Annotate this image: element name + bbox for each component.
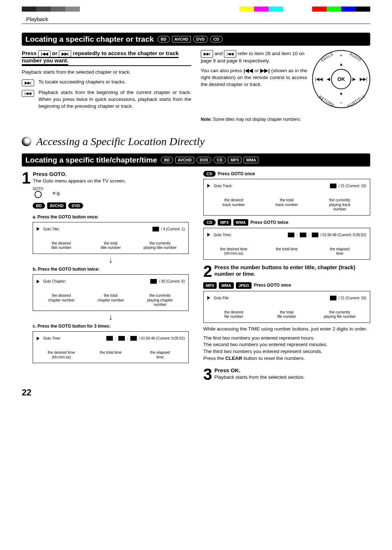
up-arrow-icon: ▲ — [339, 62, 343, 67]
skip-back-icon-2: |◀◀ — [22, 90, 34, 97]
fl0: the desired file number — [207, 310, 260, 319]
tri-icon-c — [37, 337, 40, 340]
al2: the currently playing title number — [135, 241, 185, 250]
page-number: 22 — [22, 387, 370, 398]
c-labels: the desired time (hh:mm:ss) the total ti… — [37, 350, 185, 359]
fl2: the currently playing file number — [313, 310, 366, 319]
note-text: Some titles may not display chapter numb… — [212, 117, 301, 122]
rd: or — [254, 68, 260, 73]
a-head: a. Press the GOTO button once: — [33, 214, 189, 220]
cd-once-badge: CD — [203, 171, 216, 177]
input-box-icon-e2 — [300, 233, 306, 237]
cd-twice-header: CD MP3 WMA Press GOTO twice — [203, 219, 370, 226]
remote-ok-button: OK — [331, 69, 351, 89]
b-line-label: Goto Chapter: — [43, 279, 66, 283]
rc: You can also press — [201, 68, 244, 73]
badge2-dvd: DVD — [196, 157, 211, 163]
goto-box-a: Goto Title: / 4 (Current: 1) the desired… — [33, 222, 189, 254]
b-head: b. Press the GOTO button twice: — [33, 266, 189, 272]
ctl2: the elapsed time — [313, 247, 366, 256]
c-line-label: Goto Time: — [43, 336, 61, 340]
section1-title: Locating a specific chapter or track — [25, 35, 154, 44]
ctb1: MP3 — [218, 219, 231, 226]
registration-color-bar — [22, 7, 370, 12]
s2b5b: CLEAR — [225, 356, 242, 361]
right-skip-icon: ▶▶| — [360, 77, 367, 82]
remote-return-label: RETURN — [318, 95, 335, 107]
left-arrow-icon: ◀ — [327, 77, 330, 82]
goto-mini-label: GOTO — [33, 187, 43, 191]
ctb2: WMA — [233, 219, 249, 226]
section1-lead: Press |◀◀ or ▶▶| repeatedly to access th… — [22, 50, 179, 65]
cdonce-label: Goto Track: — [214, 184, 233, 188]
lead-rule — [22, 65, 191, 66]
cdol1: the total track number — [260, 198, 313, 212]
s2-body4: The third two numbers you entered repres… — [203, 348, 370, 355]
remote-plus: + — [340, 53, 342, 58]
ub-bd: BD — [33, 203, 45, 209]
skip-fwd-icon-2: ▶▶| — [22, 79, 34, 86]
input-box-icon-e1 — [288, 233, 294, 237]
step1-under-badges: BD AVCHD DVD — [33, 202, 189, 209]
fl1: the total file number — [260, 310, 313, 319]
down-arrow-2: ↓ — [33, 312, 189, 322]
step1-col: 1 Press GOTO. The Goto menu appears on t… — [22, 171, 189, 382]
remote-minus: – — [340, 100, 343, 105]
accessing-title: Accessing a Specific Location Directly — [22, 135, 370, 148]
cl0: the desired time (hh:mm:ss) — [37, 350, 86, 359]
s2-body3: The second two numbers you entered repre… — [203, 341, 370, 348]
section1-body1: Playback starts from the selected chapte… — [22, 69, 191, 76]
accessing-title-text: Accessing a Specific Location Directly — [36, 135, 205, 148]
input-box-icon — [152, 227, 159, 231]
skip-back-icon: |◀◀ — [38, 50, 50, 57]
a-labels: the desired title number the total title… — [37, 241, 185, 250]
s2-body5: Press the CLEAR button to reset the numb… — [203, 355, 370, 362]
section2-badges: BD AVCHD DVD CD MP3 WMA — [161, 157, 258, 163]
goto-box-b: Goto Chapter: / 30 (Current: 6) the desi… — [33, 274, 189, 311]
goto-box-cdtwice: Goto Time: : : / 01:50:46 (Current: 0:05… — [203, 228, 370, 260]
input-box-icon-b — [150, 279, 157, 284]
ctline-label: Goto Time: — [214, 233, 232, 237]
fb2: JPEG — [236, 282, 252, 289]
badge-avchd: AVCHD — [172, 36, 191, 42]
lead-b: or — [52, 50, 59, 56]
bl1: the total chapter number — [86, 293, 135, 307]
cdonce-value: / 21 (Current: 10) — [339, 184, 366, 188]
badge2-bd: BD — [161, 157, 173, 163]
tri-icon-e — [207, 233, 210, 237]
remote-ring-diagram: OK ANGLE AUDIO RETURN SUBTITLE + – ▲ ▼ |… — [312, 50, 370, 108]
input-box-icon-c1 — [106, 336, 113, 341]
remote-angle-label: ANGLE — [320, 52, 334, 63]
input-box-icon-c2 — [118, 336, 125, 341]
input-box-icon-e3 — [312, 233, 318, 237]
ctline-value: / 01:50:46 (Current: 0:05:52) — [320, 233, 366, 237]
step-1-head: Press GOTO. — [33, 171, 66, 177]
fblabel: Press GOTO once — [254, 282, 291, 288]
step-1-number: 1 — [22, 171, 30, 185]
al0: the desired title number — [37, 241, 86, 250]
remote-audio-label: AUDIO — [349, 52, 362, 62]
c-line-value: / 01:50:46 (Current: 0:05:52) — [139, 336, 185, 340]
badge-dvd: DVD — [193, 36, 208, 42]
row-back: |◀◀ Playback starts from the beginning o… — [22, 89, 191, 110]
tri-icon-d — [207, 184, 210, 188]
right-steps-col: CD Press GOTO once Goto Track: / 21 (Cur… — [203, 171, 370, 382]
f-labels: the desired file number the total file n… — [207, 310, 366, 319]
right-refer: ▶▶| and |◀◀ refer to item 26 and item 10… — [201, 50, 307, 65]
section1-note: Note: Some titles may not display chapte… — [196, 116, 370, 122]
bl2: the currently playing chapter number — [135, 293, 185, 307]
step-1-body: The Goto menu appears on the TV screen. — [33, 178, 126, 184]
fline-value: / 21 (Current: 10) — [339, 296, 366, 300]
ra: and — [215, 51, 224, 56]
down-arrow-icon: ▼ — [339, 91, 343, 97]
cd-once-label: Press GOTO once — [218, 171, 255, 177]
al1: the total title number — [86, 241, 135, 250]
a-line-value: / 4 (Current: 1) — [161, 227, 185, 231]
badge2-mp3: MP3 — [228, 157, 241, 163]
tri-icon-f — [207, 296, 210, 300]
cdol0: the desired track number — [207, 198, 260, 212]
right-arrow-icon: ▶ — [352, 77, 356, 82]
b-line-value: / 30 (Current: 6) — [159, 279, 185, 283]
c-head: c. Press the GOTO button for 3 times: — [33, 323, 189, 329]
input-box-icon-d — [330, 184, 336, 188]
